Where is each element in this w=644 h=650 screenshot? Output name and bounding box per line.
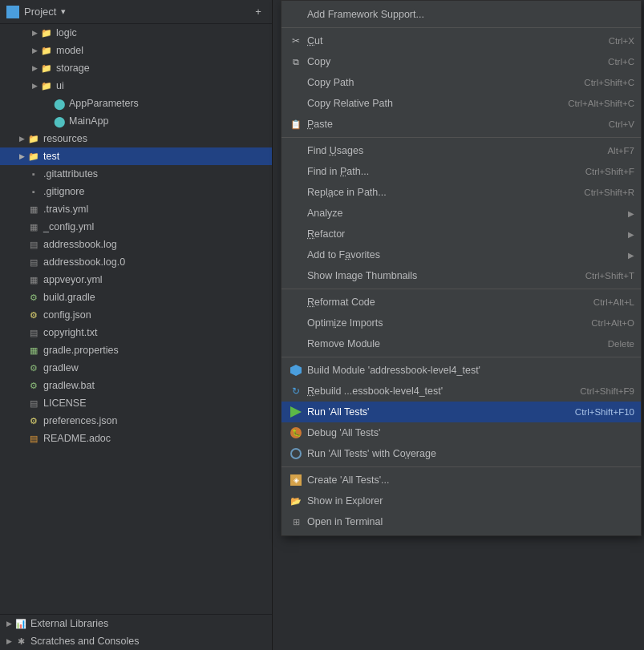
menu-shortcut: Ctrl+Alt+Shift+C [568,99,634,108]
tree-item-scratches[interactable]: ✱ Scratches and Consoles [0,632,272,650]
menu-shortcut: Ctrl+Alt+O [591,318,634,328]
menu-item-add-framework[interactable]: Add Framework Support... [281,4,641,25]
item-label: LICENSE [43,398,87,409]
tree-item-travis[interactable]: ▦ .travis.yml [0,200,272,218]
tree-item-build-gradle[interactable]: ⚙ build.gradle [0,289,272,306]
menu-icon-empty [288,164,304,180]
arrow-icon [29,45,40,56]
menu-item-show-thumbnails[interactable]: Show Image Thumbnails Ctrl+Shift+T [281,265,641,286]
arrow-icon [29,63,40,74]
menu-item-replace-in-path[interactable]: Replace in Path... Ctrl+Shift+R [281,182,641,203]
menu-label: Open in Terminal [307,516,634,527]
menu-item-remove-module[interactable]: Remove Module Delete [281,333,641,354]
menu-shortcut: Ctrl+Shift+T [585,271,634,281]
menu-separator [281,137,641,138]
menu-item-cut[interactable]: ✂ Cut Ctrl+X [281,30,641,51]
folder-icon: 📁 [40,62,53,75]
panel-add-button[interactable]: + [251,5,265,19]
item-label: External Libraries [30,618,108,629]
menu-label: Paste [307,119,593,130]
tree-item-gitattributes[interactable]: ▪ .gitattributes [0,165,272,183]
menu-item-optimize-imports[interactable]: Optimize Imports Ctrl+Alt+O [281,313,641,333]
panel-title: Project [24,6,56,18]
item-label: build.gradle [43,292,95,303]
menu-item-copy-relative-path[interactable]: Copy Relative Path Ctrl+Alt+Shift+C [281,93,641,114]
menu-item-open-terminal[interactable]: ⊞ Open in Terminal [281,511,641,532]
arrow-icon [29,80,40,91]
tree-item-appveyor[interactable]: ▦ appveyor.yml [0,271,272,289]
arrow-placeholder [16,327,27,338]
menu-item-copy[interactable]: ⧉ Copy Ctrl+C [281,51,641,72]
menu-item-copy-path[interactable]: Copy Path Ctrl+Shift+C [281,72,641,93]
tree-item-ui[interactable]: 📁 ui [0,77,272,95]
menu-icon-empty [288,268,304,284]
menu-item-analyze[interactable]: Analyze ▶ [281,203,641,224]
menu-item-create-all-tests[interactable]: ◈ Create 'All Tests'... [281,470,641,491]
menu-shortcut: Ctrl+C [608,57,634,67]
menu-label: Build Module 'addressbook-level4_test' [307,365,634,376]
menu-item-debug-all-tests[interactable]: 🐛 Debug 'All Tests' [281,422,641,443]
menu-label: Find Usages [307,145,591,156]
tree-item-gradlew[interactable]: ⚙ gradlew [0,359,272,377]
menu-label: Replace in Path... [307,187,568,198]
folder-icon: 📁 [40,44,53,57]
menu-item-show-in-explorer[interactable]: 📂 Show in Explorer [281,491,641,511]
menu-item-build-module[interactable]: Build Module 'addressbook-level4_test' [281,360,641,381]
txt-icon: ▤ [27,326,40,339]
menu-item-find-usages[interactable]: Find Usages Alt+F7 [281,140,641,161]
arrow-icon [3,636,14,647]
show-explorer-icon: 📂 [288,493,304,509]
menu-item-reformat-code[interactable]: Reformat Code Ctrl+Alt+L [281,292,641,313]
tree-item-gradlew-bat[interactable]: ⚙ gradlew.bat [0,377,272,394]
item-label: appveyor.yml [43,274,103,285]
tree-item-copyright[interactable]: ▤ copyright.txt [0,324,272,341]
menu-label: Copy Path [307,77,568,88]
item-label: test [43,151,59,162]
txt-icon: ▤ [27,397,40,410]
tree-item-config-yml[interactable]: ▦ _config.yml [0,218,272,236]
tree-item-external-libraries[interactable]: 📊 External Libraries [0,615,272,632]
menu-label: Debug 'All Tests' [307,427,634,438]
svg-rect-0 [9,9,12,11]
tree-item-logic[interactable]: 📁 logic [0,24,272,42]
log-icon: ▤ [27,256,40,268]
submenu-arrow-icon: ▶ [628,230,634,239]
tree-item-storage[interactable]: 📁 storage [0,59,272,77]
tree-item-appparameters[interactable]: ⬤ AppParameters [0,95,272,112]
tree-item-license[interactable]: ▤ LICENSE [0,394,272,412]
item-label: model [56,45,83,56]
tree-item-gradle-properties[interactable]: ▦ gradle.properties [0,341,272,359]
menu-label: Create 'All Tests'... [307,474,634,486]
item-label: gradle.properties [43,345,119,356]
arrow-placeholder [16,239,27,250]
log-icon: ▤ [27,238,40,251]
tree-item-config-json[interactable]: ⚙ config.json [0,306,272,324]
tree-item-addressbook-log[interactable]: ▤ addressbook.log [0,236,272,253]
folder-icon: 📁 [40,79,53,92]
tree-item-readme[interactable]: ▤ README.adoc [0,430,272,447]
menu-shortcut: Ctrl+Shift+F10 [575,407,634,417]
tree-item-test[interactable]: 📁 test [0,147,272,165]
menu-item-run-all-tests[interactable]: Run 'All Tests' Ctrl+Shift+F10 [281,402,641,422]
menu-item-paste[interactable]: 📋 Paste Ctrl+V [281,114,641,135]
item-label: config.json [43,309,91,321]
tree-item-addressbook-log0[interactable]: ▤ addressbook.log.0 [0,253,272,271]
tree-item-mainapp[interactable]: ⬤ MainApp [0,112,272,130]
arrow-placeholder [16,186,27,197]
menu-item-run-with-coverage[interactable]: Run 'All Tests' with Coverage [281,443,641,464]
panel-dropdown-arrow[interactable]: ▾ [61,6,66,17]
menu-item-find-in-path[interactable]: Find in Path... Ctrl+Shift+F [281,161,641,182]
tree-item-resources[interactable]: 📁 resources [0,130,272,147]
arrow-placeholder [16,362,27,373]
tree-item-gitignore[interactable]: ▪ .gitignore [0,183,272,200]
tree-item-model[interactable]: 📁 model [0,42,272,59]
arrow-placeholder [16,345,27,356]
menu-item-add-to-favorites[interactable]: Add to Favorites ▶ [281,244,641,265]
coverage-icon [288,446,304,462]
menu-item-rebuild[interactable]: ↻ Rebuild ...essbook-level4_test' Ctrl+S… [281,381,641,402]
menu-shortcut: Ctrl+Shift+F [585,167,634,176]
arrow-placeholder [16,274,27,285]
menu-item-refactor[interactable]: Refactor ▶ [281,224,641,244]
item-label: logic [56,27,77,38]
tree-item-preferences[interactable]: ⚙ preferences.json [0,412,272,430]
